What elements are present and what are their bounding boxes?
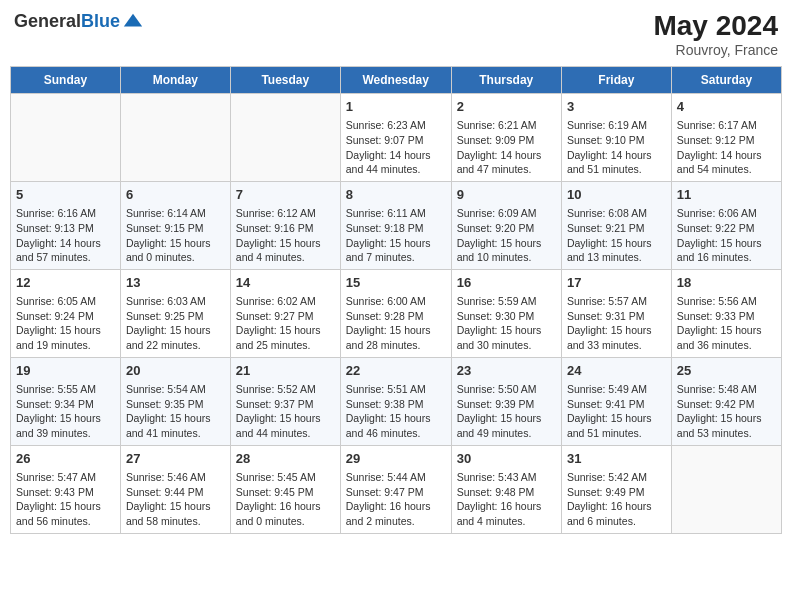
day-content-line: Sunrise: 6:09 AM: [457, 207, 537, 219]
header-friday: Friday: [561, 67, 671, 94]
day-number: 20: [126, 362, 225, 380]
day-content-line: Sunrise: 5:54 AM: [126, 383, 206, 395]
day-content-line: Sunrise: 6:05 AM: [16, 295, 96, 307]
day-content: Sunrise: 5:46 AMSunset: 9:44 PMDaylight:…: [126, 470, 225, 529]
day-content-line: Sunrise: 5:51 AM: [346, 383, 426, 395]
day-content: Sunrise: 6:16 AMSunset: 9:13 PMDaylight:…: [16, 206, 115, 265]
day-number: 19: [16, 362, 115, 380]
day-content-line: Sunset: 9:09 PM: [457, 134, 535, 146]
day-content-line: Sunrise: 5:48 AM: [677, 383, 757, 395]
day-number: 23: [457, 362, 556, 380]
calendar-header: Sunday Monday Tuesday Wednesday Thursday…: [11, 67, 782, 94]
day-content-line: Daylight: 15 hours: [677, 412, 762, 424]
location: Rouvroy, France: [653, 42, 778, 58]
day-content: Sunrise: 6:02 AMSunset: 9:27 PMDaylight:…: [236, 294, 335, 353]
day-content-line: Sunrise: 6:00 AM: [346, 295, 426, 307]
day-content-line: Sunrise: 6:17 AM: [677, 119, 757, 131]
day-cell-0-6: 4Sunrise: 6:17 AMSunset: 9:12 PMDaylight…: [671, 94, 781, 182]
day-number: 16: [457, 274, 556, 292]
day-content-line: Sunset: 9:21 PM: [567, 222, 645, 234]
week-row-3: 19Sunrise: 5:55 AMSunset: 9:34 PMDayligh…: [11, 357, 782, 445]
day-cell-4-0: 26Sunrise: 5:47 AMSunset: 9:43 PMDayligh…: [11, 445, 121, 533]
day-content-line: Sunrise: 5:42 AM: [567, 471, 647, 483]
day-content: Sunrise: 6:03 AMSunset: 9:25 PMDaylight:…: [126, 294, 225, 353]
logo: GeneralBlue: [14, 10, 144, 32]
day-content-line: Daylight: 16 hours: [346, 500, 431, 512]
day-cell-4-4: 30Sunrise: 5:43 AMSunset: 9:48 PMDayligh…: [451, 445, 561, 533]
day-content-line: Sunset: 9:30 PM: [457, 310, 535, 322]
header-wednesday: Wednesday: [340, 67, 451, 94]
day-number: 25: [677, 362, 776, 380]
day-content-line: Daylight: 15 hours: [346, 324, 431, 336]
day-content: Sunrise: 5:43 AMSunset: 9:48 PMDaylight:…: [457, 470, 556, 529]
day-content: Sunrise: 5:59 AMSunset: 9:30 PMDaylight:…: [457, 294, 556, 353]
day-content-line: and 22 minutes.: [126, 339, 201, 351]
day-content-line: and 46 minutes.: [346, 427, 421, 439]
day-content-line: Daylight: 15 hours: [677, 324, 762, 336]
day-content-line: Daylight: 15 hours: [126, 500, 211, 512]
day-content: Sunrise: 6:12 AMSunset: 9:16 PMDaylight:…: [236, 206, 335, 265]
day-content-line: Daylight: 15 hours: [457, 237, 542, 249]
day-content-line: Sunset: 9:12 PM: [677, 134, 755, 146]
day-cell-3-0: 19Sunrise: 5:55 AMSunset: 9:34 PMDayligh…: [11, 357, 121, 445]
day-cell-1-0: 5Sunrise: 6:16 AMSunset: 9:13 PMDaylight…: [11, 181, 121, 269]
day-content-line: and 7 minutes.: [346, 251, 415, 263]
day-content-line: Sunset: 9:49 PM: [567, 486, 645, 498]
day-content-line: and 33 minutes.: [567, 339, 642, 351]
day-content-line: Sunset: 9:31 PM: [567, 310, 645, 322]
day-content: Sunrise: 6:11 AMSunset: 9:18 PMDaylight:…: [346, 206, 446, 265]
day-content-line: Sunset: 9:15 PM: [126, 222, 204, 234]
day-content-line: and 53 minutes.: [677, 427, 752, 439]
day-number: 27: [126, 450, 225, 468]
day-content: Sunrise: 6:14 AMSunset: 9:15 PMDaylight:…: [126, 206, 225, 265]
day-content-line: Daylight: 15 hours: [346, 412, 431, 424]
day-cell-3-5: 24Sunrise: 5:49 AMSunset: 9:41 PMDayligh…: [561, 357, 671, 445]
day-content-line: Sunrise: 5:50 AM: [457, 383, 537, 395]
day-content-line: and 6 minutes.: [567, 515, 636, 527]
header-thursday: Thursday: [451, 67, 561, 94]
day-number: 21: [236, 362, 335, 380]
day-content-line: Sunset: 9:27 PM: [236, 310, 314, 322]
day-number: 2: [457, 98, 556, 116]
day-content-line: Sunset: 9:38 PM: [346, 398, 424, 410]
day-content-line: Sunrise: 5:56 AM: [677, 295, 757, 307]
day-content: Sunrise: 5:57 AMSunset: 9:31 PMDaylight:…: [567, 294, 666, 353]
day-content-line: Daylight: 15 hours: [236, 412, 321, 424]
day-content: Sunrise: 6:00 AMSunset: 9:28 PMDaylight:…: [346, 294, 446, 353]
day-content-line: Sunset: 9:13 PM: [16, 222, 94, 234]
day-content-line: and 4 minutes.: [236, 251, 305, 263]
day-content-line: Sunrise: 5:52 AM: [236, 383, 316, 395]
day-number: 3: [567, 98, 666, 116]
day-number: 10: [567, 186, 666, 204]
day-content-line: Daylight: 14 hours: [16, 237, 101, 249]
day-content-line: Daylight: 15 hours: [567, 412, 652, 424]
day-content-line: Sunset: 9:18 PM: [346, 222, 424, 234]
week-row-2: 12Sunrise: 6:05 AMSunset: 9:24 PMDayligh…: [11, 269, 782, 357]
day-number: 11: [677, 186, 776, 204]
day-content-line: and 16 minutes.: [677, 251, 752, 263]
day-content-line: Sunset: 9:22 PM: [677, 222, 755, 234]
logo-blue: Blue: [81, 11, 120, 31]
day-content-line: Sunrise: 6:19 AM: [567, 119, 647, 131]
day-content: Sunrise: 6:06 AMSunset: 9:22 PMDaylight:…: [677, 206, 776, 265]
svg-marker-0: [124, 14, 142, 27]
day-content-line: and 4 minutes.: [457, 515, 526, 527]
day-cell-2-3: 15Sunrise: 6:00 AMSunset: 9:28 PMDayligh…: [340, 269, 451, 357]
day-cell-0-5: 3Sunrise: 6:19 AMSunset: 9:10 PMDaylight…: [561, 94, 671, 182]
title-block: May 2024 Rouvroy, France: [653, 10, 778, 58]
day-content-line: Daylight: 14 hours: [346, 149, 431, 161]
day-content-line: and 36 minutes.: [677, 339, 752, 351]
week-row-4: 26Sunrise: 5:47 AMSunset: 9:43 PMDayligh…: [11, 445, 782, 533]
day-content-line: Daylight: 15 hours: [346, 237, 431, 249]
day-cell-0-4: 2Sunrise: 6:21 AMSunset: 9:09 PMDaylight…: [451, 94, 561, 182]
day-content-line: Sunset: 9:45 PM: [236, 486, 314, 498]
day-cell-1-4: 9Sunrise: 6:09 AMSunset: 9:20 PMDaylight…: [451, 181, 561, 269]
day-content: Sunrise: 5:56 AMSunset: 9:33 PMDaylight:…: [677, 294, 776, 353]
day-content-line: Sunset: 9:47 PM: [346, 486, 424, 498]
day-content-line: Sunrise: 6:21 AM: [457, 119, 537, 131]
day-content-line: and 51 minutes.: [567, 163, 642, 175]
day-content-line: Daylight: 16 hours: [236, 500, 321, 512]
day-cell-4-6: [671, 445, 781, 533]
day-content-line: Sunrise: 5:47 AM: [16, 471, 96, 483]
day-content-line: Sunset: 9:25 PM: [126, 310, 204, 322]
